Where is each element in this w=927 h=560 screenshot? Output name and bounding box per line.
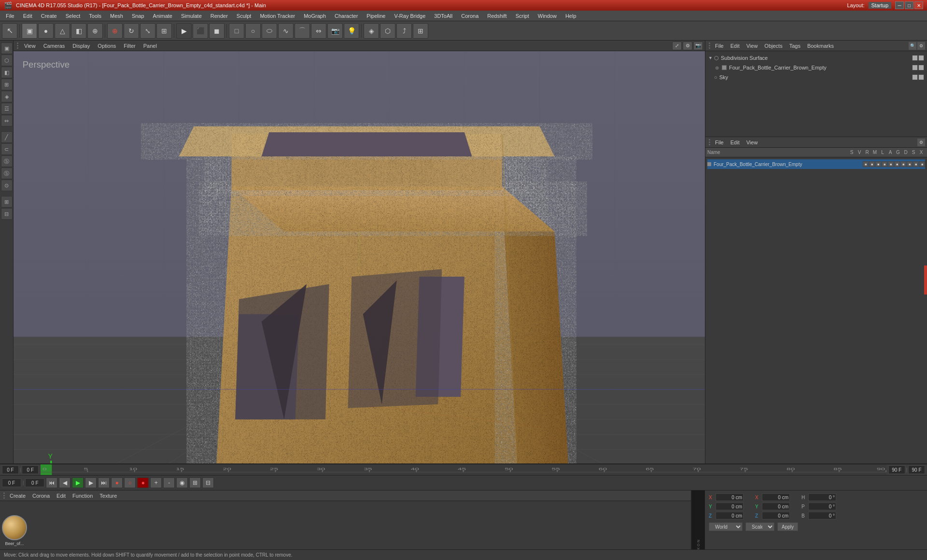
world-dropdown[interactable]: World	[709, 522, 743, 531]
key-sel-btn[interactable]: ◉	[176, 477, 188, 488]
attr-panel-handle[interactable]	[707, 139, 711, 145]
toolbar-nurbs[interactable]: ⌒	[295, 23, 310, 39]
obj-settings-icon[interactable]: ⚙	[917, 42, 925, 50]
toolbar-field[interactable]: ⊞	[413, 23, 428, 39]
toolbar-cube[interactable]: □	[229, 23, 244, 39]
menu-vray[interactable]: V-Ray Bridge	[390, 12, 429, 20]
vp-menu-filter[interactable]: Filter	[121, 42, 138, 50]
toolbar-camera[interactable]: 📷	[327, 23, 343, 39]
obj-search-icon[interactable]: 🔍	[909, 42, 916, 50]
mat-menu-corona[interactable]: Corona	[29, 492, 53, 500]
attr-btn-8[interactable]: ■	[907, 161, 913, 167]
auto-key-btn[interactable]: ●	[137, 477, 149, 488]
attr-btn-7[interactable]: ■	[900, 161, 906, 167]
obj-menu-file[interactable]: File	[712, 42, 727, 50]
fps-field[interactable]	[25, 478, 44, 487]
menu-select[interactable]: Select	[62, 12, 84, 20]
sidebar-grid-tool[interactable]: ⊞	[1, 196, 13, 208]
obj-menu-objects[interactable]: Objects	[761, 42, 785, 50]
record-btn[interactable]: ●	[111, 477, 123, 488]
x-scale-field[interactable]	[762, 493, 790, 501]
attr-btn-1[interactable]: ■	[863, 161, 869, 167]
sidebar-paint-tool[interactable]: ☲	[1, 103, 13, 114]
toolbar-polygon-mode[interactable]: ◧	[71, 23, 86, 39]
mat-menu-function[interactable]: Function	[70, 492, 96, 500]
toolbar-point-mode[interactable]: ●	[38, 23, 54, 39]
start-frame-input[interactable]	[22, 465, 39, 474]
material-item-beer[interactable]: Beer_of...	[2, 515, 27, 546]
mat-panel-handle[interactable]	[2, 492, 6, 499]
menu-file[interactable]: File	[2, 12, 18, 20]
menu-edit[interactable]: Edit	[19, 12, 36, 20]
scale-dropdown[interactable]: Scale	[745, 522, 774, 531]
menu-pipeline[interactable]: Pipeline	[363, 12, 389, 20]
mat-menu-edit[interactable]: Edit	[54, 492, 69, 500]
sidebar-array-tool[interactable]: ⊟	[1, 208, 13, 220]
goto-end-btn[interactable]: ⏭	[98, 477, 110, 488]
y-pos-field[interactable]	[716, 503, 744, 510]
toolbar-object-mode[interactable]: ▣	[22, 23, 37, 39]
obj-row-subdivision[interactable]: ▼ ⬡ Subdivision Surface	[707, 53, 925, 63]
sidebar-polygon-tool[interactable]: ◧	[1, 67, 13, 78]
x-pos-field[interactable]	[716, 493, 744, 501]
obj-visibility-editor[interactable]	[912, 55, 918, 61]
obj-visibility-render[interactable]	[918, 55, 924, 61]
obj-sky-vis-editor[interactable]	[912, 74, 918, 80]
attr-btn-2[interactable]: ■	[869, 161, 875, 167]
sidebar-brush-tool[interactable]: ◈	[1, 91, 13, 102]
vp-settings[interactable]: ⚙	[683, 42, 692, 50]
del-key-btn[interactable]: -	[163, 477, 175, 488]
end-frame-input[interactable]	[888, 465, 905, 474]
sidebar-edge-tool[interactable]: ⊂	[1, 143, 13, 155]
toolbar-symmetry[interactable]: ⇔	[311, 23, 326, 39]
menu-animate[interactable]: Animate	[149, 12, 176, 20]
attr-btn-6[interactable]: ■	[894, 161, 900, 167]
sidebar-sculpt-tool[interactable]: ⊞	[1, 79, 13, 90]
toolbar-transform-tool[interactable]: ⊞	[156, 23, 172, 39]
goto-start-btn[interactable]: ⏮	[46, 477, 57, 488]
menu-tools[interactable]: Tools	[85, 12, 105, 20]
toolbar-spline[interactable]: ∿	[278, 23, 294, 39]
current-frame-input[interactable]	[2, 465, 19, 474]
mat-menu-texture[interactable]: Texture	[97, 492, 120, 500]
mat-menu-create[interactable]: Create	[7, 492, 28, 500]
maximize-button[interactable]: □	[905, 1, 913, 9]
obj-sky-vis-render[interactable]	[918, 74, 924, 80]
timeline-container[interactable]: 0 5 10 15 20 25 30 35	[41, 464, 886, 475]
viewport-canvas[interactable]: Perspective Grid Spacing : 10 cm X Y Z	[14, 51, 705, 463]
b-field[interactable]	[808, 512, 836, 519]
timeline-btn[interactable]: ⊟	[202, 477, 214, 488]
attr-menu-view[interactable]: View	[744, 139, 761, 146]
toolbar-deformer[interactable]: ⤴	[396, 23, 412, 39]
menu-simulate[interactable]: Simulate	[177, 12, 206, 20]
attr-menu-edit[interactable]: Edit	[728, 139, 743, 146]
attr-menu-file[interactable]: File	[712, 139, 727, 146]
menu-3dtoall[interactable]: 3DToAll	[430, 12, 456, 20]
obj-menu-tags[interactable]: Tags	[787, 42, 803, 50]
attr-settings-icon[interactable]: ⚙	[917, 139, 925, 146]
toolbar-scale-tool[interactable]: ⤡	[140, 23, 155, 39]
max-frame-input[interactable]	[908, 465, 925, 474]
h-field[interactable]	[808, 493, 836, 501]
sidebar-line-tool[interactable]: ╱	[1, 131, 13, 143]
menu-window[interactable]: Window	[534, 12, 561, 20]
menu-character[interactable]: Character	[331, 12, 362, 20]
toolbar-render-all[interactable]: ◼	[209, 23, 225, 39]
menu-redshift[interactable]: Redshift	[483, 12, 510, 20]
apply-button[interactable]: Apply	[777, 522, 798, 531]
menu-render[interactable]: Render	[207, 12, 232, 20]
menu-mesh[interactable]: Mesh	[106, 12, 127, 20]
obj-row-fourpack[interactable]: ⊕ Four_Pack_Bottle_Carrier_Brown_Empty	[707, 63, 925, 72]
toolbar-cursor-tool[interactable]: ↖	[2, 23, 17, 39]
obj-fourpack-vis-editor[interactable]	[912, 65, 918, 70]
stop-record-btn[interactable]: ○	[124, 477, 136, 488]
layout-edge-indicator[interactable]	[924, 266, 927, 294]
menu-snap[interactable]: Snap	[128, 12, 148, 20]
sidebar-mirror[interactable]: ⇔	[1, 115, 13, 126]
attr-btn-5[interactable]: ■	[888, 161, 894, 167]
vp-maximize[interactable]: ⤢	[672, 42, 682, 50]
toolbar-uvw-mode[interactable]: ⊕	[87, 23, 103, 39]
sidebar-texture-mode[interactable]: ⬡	[1, 55, 13, 66]
sidebar-bevel-tool[interactable]: Ⓢ	[1, 168, 13, 179]
toolbar-edge-mode[interactable]: △	[55, 23, 70, 39]
